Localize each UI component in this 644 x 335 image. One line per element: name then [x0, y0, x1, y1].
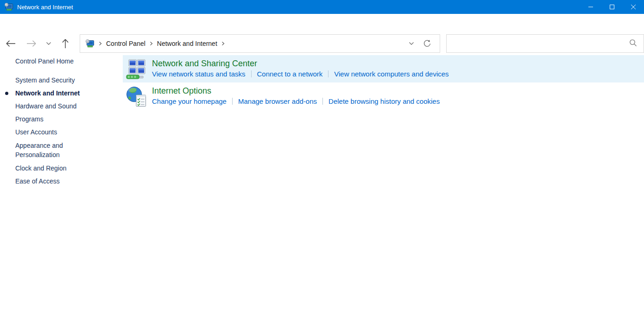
link-connect-to-a-network[interactable]: Connect to a network	[257, 70, 323, 78]
link-view-network-status-and-tasks[interactable]: View network status and tasks	[152, 70, 246, 78]
address-bar[interactable]: Control Panel Network and Internet	[80, 34, 440, 53]
category-internet-options: Internet Options Change your homepage Ma…	[123, 82, 644, 110]
internet-options-icon[interactable]	[126, 86, 147, 107]
category-links: Change your homepage Manage browser add-…	[152, 97, 440, 105]
forward-arrow-icon[interactable]	[24, 37, 39, 51]
recent-pages-chevron-icon[interactable]	[42, 37, 55, 51]
breadcrumb-chevron-icon	[99, 41, 102, 46]
window-controls	[580, 0, 644, 14]
link-manage-browser-add-ons[interactable]: Manage browser add-ons	[238, 97, 317, 105]
category-network-and-sharing-center: Network and Sharing Center View network …	[123, 55, 644, 82]
navigation-bar: Control Panel Network and Internet	[0, 14, 644, 44]
sidebar-item-user-accounts[interactable]: User Accounts	[0, 126, 107, 139]
network-sharing-center-icon[interactable]	[126, 58, 147, 80]
breadcrumb-chevron-icon	[150, 41, 153, 46]
control-panel-window: Network and Internet	[0, 0, 644, 335]
window-title: Network and Internet	[17, 4, 73, 11]
main-content: Network and Sharing Center View network …	[123, 44, 644, 335]
category-text: Network and Sharing Center View network …	[152, 57, 449, 78]
link-separator	[322, 98, 323, 105]
back-arrow-icon[interactable]	[3, 37, 18, 51]
sidebar-item-ease-of-access[interactable]: Ease of Access	[0, 175, 107, 188]
breadcrumb-item-network-and-internet[interactable]: Network and Internet	[157, 40, 217, 47]
active-item-bullet	[5, 92, 8, 95]
sidebar-item-hardware-and-sound[interactable]: Hardware and Sound	[0, 100, 107, 113]
sidebar-item-system-and-security[interactable]: System and Security	[0, 74, 107, 87]
category-links: View network status and tasks Connect to…	[152, 70, 449, 78]
search-input[interactable]	[447, 35, 629, 52]
category-title-network-and-sharing-center[interactable]: Network and Sharing Center	[152, 59, 449, 69]
sidebar: Control Panel Home System and Security N…	[0, 44, 123, 335]
search-box	[446, 34, 644, 53]
sidebar-item-programs[interactable]: Programs	[0, 113, 107, 126]
link-view-network-computers-and-devices[interactable]: View network computers and devices	[334, 70, 448, 78]
category-title-internet-options[interactable]: Internet Options	[152, 86, 440, 96]
up-arrow-icon[interactable]	[58, 37, 73, 51]
sidebar-item-clock-and-region[interactable]: Clock and Region	[0, 162, 107, 175]
chevron-down-icon[interactable]	[404, 35, 419, 52]
link-separator	[328, 70, 328, 77]
sidebar-item-network-and-internet[interactable]: Network and Internet	[0, 87, 107, 100]
maximize-button[interactable]	[601, 0, 623, 14]
sidebar-item-label: Network and Internet	[15, 89, 80, 97]
breadcrumb-chevron-icon	[221, 41, 225, 46]
window-body: Control Panel Home System and Security N…	[0, 44, 644, 335]
refresh-icon[interactable]	[419, 35, 435, 52]
control-panel-icon	[85, 39, 95, 48]
link-change-your-homepage[interactable]: Change your homepage	[152, 97, 227, 105]
search-icon[interactable]	[629, 39, 637, 49]
link-separator	[251, 70, 252, 77]
link-separator	[232, 98, 233, 105]
control-panel-icon	[4, 2, 13, 12]
close-button[interactable]	[623, 0, 644, 14]
titlebar: Network and Internet	[0, 0, 644, 14]
breadcrumb-item-control-panel[interactable]: Control Panel	[106, 40, 145, 47]
sidebar-item-appearance-and-personalization[interactable]: Appearance and Personalization	[0, 139, 69, 162]
category-text: Internet Options Change your homepage Ma…	[152, 85, 440, 105]
link-delete-browsing-history-and-cookies[interactable]: Delete browsing history and cookies	[328, 97, 440, 105]
minimize-button[interactable]	[580, 0, 601, 14]
sidebar-item-control-panel-home[interactable]: Control Panel Home	[0, 55, 107, 68]
